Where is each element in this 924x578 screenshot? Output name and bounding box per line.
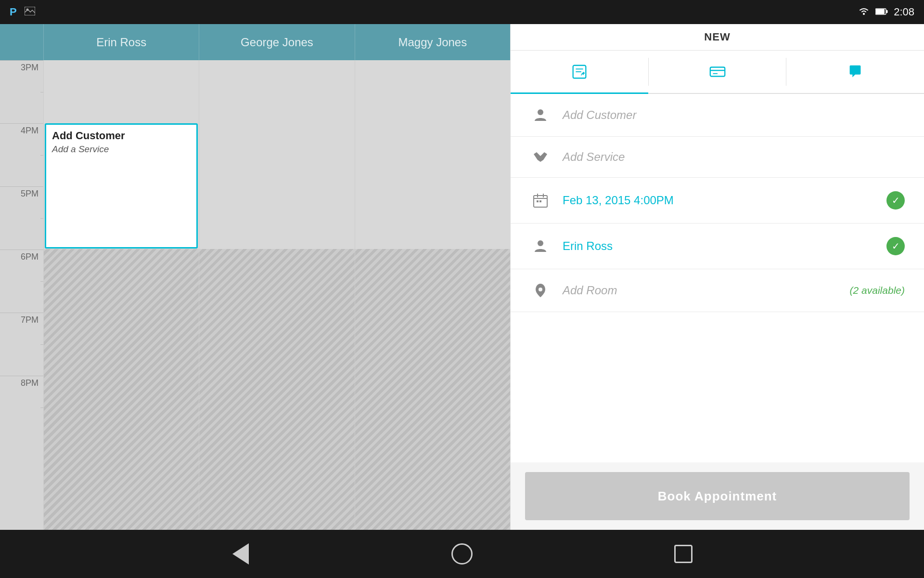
cal-col-header-1: George Jones (199, 24, 354, 60)
service-icon (530, 150, 551, 164)
unavailable-area-maggy (355, 249, 510, 530)
tab-chat[interactable] (786, 51, 924, 93)
cal-col-header-0: Erin Ross (43, 24, 199, 60)
room-row[interactable]: Add Room (2 available) (511, 269, 924, 312)
main-content: Erin Ross George Jones Maggy Jones 3PM 4… (0, 24, 924, 554)
staff-check-icon: ✓ (886, 237, 905, 255)
time-gutter: 3PM 4PM 5PM 6PM 7PM 8PM (0, 60, 43, 530)
nav-bar (0, 530, 924, 578)
recents-button[interactable] (669, 539, 698, 568)
time-slot-8pm: 8PM (0, 376, 43, 439)
date-row[interactable]: Feb 13, 2015 4:00PM ✓ (511, 178, 924, 223)
unavailable-area-george (199, 249, 354, 530)
status-bar: P 2:08 (0, 0, 924, 24)
home-button[interactable] (448, 539, 476, 568)
cal-col-header-2: Maggy Jones (355, 24, 510, 60)
tab-card[interactable] (649, 51, 786, 93)
customer-icon (530, 107, 551, 123)
time-gutter-header (0, 24, 43, 60)
appointment-service: Add a Service (52, 144, 191, 155)
panel-form: Add Customer Add Service (511, 94, 924, 462)
right-panel: NEW (510, 24, 924, 530)
staff-icon (530, 238, 551, 254)
calendar-header: Erin Ross George Jones Maggy Jones (0, 24, 510, 60)
back-icon (232, 543, 249, 565)
cal-col-maggy[interactable] (355, 60, 510, 530)
staff-row[interactable]: Erin Ross ✓ (511, 223, 924, 269)
image-icon (25, 7, 35, 18)
appointment-block[interactable]: Add Customer Add a Service (45, 123, 198, 249)
svg-rect-4 (876, 9, 885, 14)
calendar: Erin Ross George Jones Maggy Jones 3PM 4… (0, 24, 510, 530)
panel-tabs (511, 51, 924, 94)
panel-header: NEW (511, 24, 924, 51)
svg-point-2 (863, 13, 865, 15)
date-text: Feb 13, 2015 4:00PM (563, 194, 875, 207)
date-check-icon: ✓ (886, 191, 905, 210)
time-slot-3pm: 3PM (0, 60, 43, 123)
add-service-text: Add Service (563, 150, 905, 164)
back-button[interactable] (226, 539, 255, 568)
appointment-title: Add Customer (52, 130, 191, 142)
book-appointment-button[interactable]: Book Appointment (525, 472, 910, 520)
available-text: (2 available) (850, 285, 905, 296)
svg-rect-18 (537, 200, 539, 202)
cal-col-erin[interactable]: Add Customer Add a Service (43, 60, 199, 530)
time-slot-7pm: 7PM (0, 313, 43, 376)
svg-rect-10 (710, 67, 724, 77)
app-icon: P (10, 6, 17, 18)
room-icon (530, 283, 551, 298)
panel-title: NEW (704, 31, 730, 43)
calendar-body: 3PM 4PM 5PM 6PM 7PM 8PM Add Customer Add… (0, 60, 510, 530)
time-slot-6pm: 6PM (0, 250, 43, 313)
unavailable-area (44, 249, 199, 530)
add-service-row[interactable]: Add Service (511, 137, 924, 178)
book-button-label: Book Appointment (658, 489, 777, 504)
add-customer-row[interactable]: Add Customer (511, 94, 924, 137)
time-slot-5pm: 5PM (0, 186, 43, 250)
add-customer-text: Add Customer (563, 108, 905, 122)
room-text: Add Room (563, 284, 838, 297)
battery-icon (875, 7, 888, 17)
recents-icon (674, 545, 693, 563)
time-display: 2:08 (894, 6, 914, 18)
calendar-icon (530, 193, 551, 208)
svg-line-9 (581, 74, 582, 76)
svg-point-13 (538, 109, 543, 115)
cal-col-george[interactable] (199, 60, 354, 530)
svg-rect-5 (886, 10, 888, 13)
wifi-icon (858, 7, 870, 18)
calendar-columns: Add Customer Add a Service (43, 60, 510, 530)
svg-rect-19 (539, 200, 541, 202)
svg-point-20 (538, 240, 543, 246)
tab-edit[interactable] (511, 51, 648, 93)
staff-text: Erin Ross (563, 239, 875, 253)
svg-point-21 (539, 288, 542, 291)
status-left: P (10, 6, 35, 18)
time-slot-4pm: 4PM (0, 123, 43, 186)
status-right: 2:08 (858, 6, 914, 18)
home-icon (451, 543, 473, 565)
